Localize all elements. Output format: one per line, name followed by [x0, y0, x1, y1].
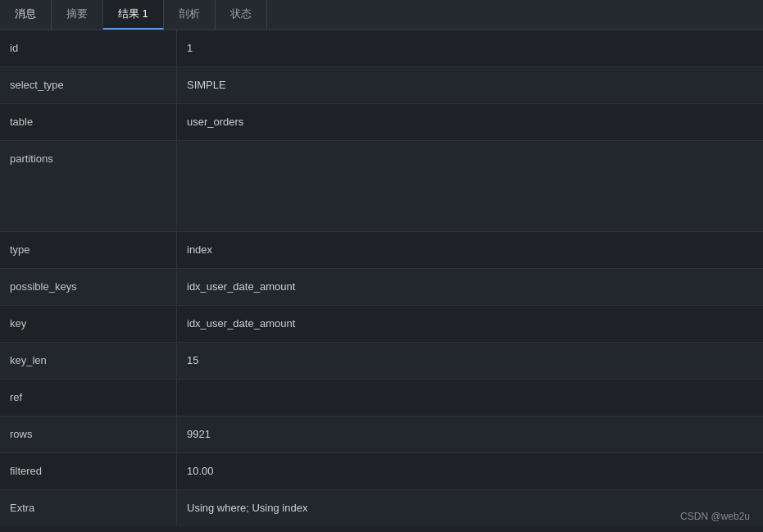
table-row: id1 — [0, 30, 763, 67]
tab-结果 1[interactable]: 结果 1 — [103, 0, 164, 30]
table-row: ref — [0, 380, 763, 416]
row-label-ref: ref — [0, 380, 176, 416]
row-value-id: 1 — [176, 30, 763, 66]
watermark: CSDN @web2u — [680, 511, 750, 522]
table-row: typeindex — [0, 232, 763, 269]
row-label-possible_keys: possible_keys — [0, 269, 176, 305]
table-row: filtered10.00 — [0, 453, 763, 490]
tab-剖析[interactable]: 剖析 — [164, 0, 216, 30]
row-label-id: id — [0, 30, 176, 66]
table-row: select_typeSIMPLE — [0, 67, 763, 104]
row-label-key_len: key_len — [0, 343, 176, 379]
table-row: possible_keysidx_user_date_amount — [0, 269, 763, 306]
row-label-table: table — [0, 104, 176, 140]
row-value-rows: 9921 — [176, 416, 763, 452]
tab-消息[interactable]: 消息 — [0, 0, 52, 30]
row-label-key: key — [0, 306, 176, 342]
row-value-key: idx_user_date_amount — [176, 306, 763, 342]
row-value-Extra: Using where; Using index — [176, 490, 763, 526]
row-value-key_len: 15 — [176, 343, 763, 379]
row-label-type: type — [0, 232, 176, 268]
tab-bar: 消息摘要结果 1剖析状态 — [0, 0, 763, 30]
row-value-filtered: 10.00 — [176, 453, 763, 489]
table-row: rows9921 — [0, 416, 763, 453]
row-label-partitions: partitions — [0, 141, 176, 231]
row-label-select_type: select_type — [0, 67, 176, 103]
row-label-filtered: filtered — [0, 453, 176, 489]
table-row: ExtraUsing where; Using index — [0, 490, 763, 526]
table-row: partitions — [0, 141, 763, 232]
row-value-table: user_orders — [176, 104, 763, 140]
table-row: tableuser_orders — [0, 104, 763, 141]
tab-摘要[interactable]: 摘要 — [52, 0, 103, 30]
row-label-Extra: Extra — [0, 490, 176, 526]
content: id1select_typeSIMPLEtableuser_orderspart… — [0, 30, 763, 531]
row-label-rows: rows — [0, 416, 176, 452]
row-value-partitions — [176, 141, 763, 231]
row-value-possible_keys: idx_user_date_amount — [176, 269, 763, 305]
tab-状态[interactable]: 状态 — [216, 0, 267, 30]
row-value-select_type: SIMPLE — [176, 67, 763, 103]
table-row: key_len15 — [0, 343, 763, 380]
row-value-ref — [176, 380, 763, 416]
table-row: keyidx_user_date_amount — [0, 306, 763, 343]
row-value-type: index — [176, 232, 763, 268]
